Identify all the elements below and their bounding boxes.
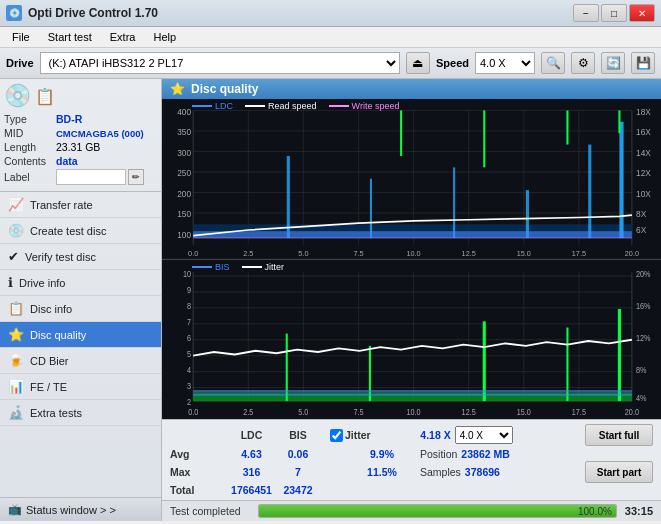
save-button[interactable]: 💾 bbox=[631, 52, 655, 74]
drive-info-icon: ℹ bbox=[8, 275, 13, 290]
svg-text:15.0: 15.0 bbox=[517, 407, 532, 417]
svg-text:17.5: 17.5 bbox=[572, 249, 586, 258]
maximize-button[interactable]: □ bbox=[601, 4, 627, 22]
legend-read-speed: Read speed bbox=[268, 101, 317, 111]
legend-write-speed: Write speed bbox=[352, 101, 400, 111]
col-ldc: LDC bbox=[229, 429, 274, 441]
settings-button[interactable]: ⚙ bbox=[571, 52, 595, 74]
contents-label: Contents bbox=[4, 155, 56, 167]
disc-quality-header-icon: ⭐ bbox=[170, 82, 185, 96]
svg-text:17.5: 17.5 bbox=[572, 407, 587, 417]
avg-jitter: 9.9% bbox=[352, 448, 412, 460]
start-full-button[interactable]: Start full bbox=[585, 424, 653, 446]
svg-text:4%: 4% bbox=[636, 393, 646, 403]
jitter-checkbox[interactable] bbox=[330, 429, 343, 442]
col-bis: BIS bbox=[278, 429, 318, 441]
svg-text:9: 9 bbox=[187, 285, 192, 295]
jitter-label: Jitter bbox=[345, 429, 371, 441]
start-part-button[interactable]: Start part bbox=[585, 461, 653, 483]
nav-item-create-test-disc[interactable]: 💿 Create test disc bbox=[0, 218, 161, 244]
svg-text:350: 350 bbox=[177, 127, 191, 137]
svg-text:2: 2 bbox=[187, 397, 192, 407]
avg-label: Avg bbox=[170, 448, 225, 460]
svg-rect-45 bbox=[588, 145, 591, 238]
nav-item-fe-te[interactable]: 📊 FE / TE bbox=[0, 374, 161, 400]
progress-time: 33:15 bbox=[625, 505, 653, 517]
top-chart-svg: 400 350 300 250 200 150 100 18X 16X 14X … bbox=[162, 99, 661, 259]
toolbar: Drive (K:) ATAPI iHBS312 2 PL17 ⏏ Speed … bbox=[0, 48, 661, 79]
nav-item-drive-info[interactable]: ℹ Drive info bbox=[0, 270, 161, 296]
svg-text:12.5: 12.5 bbox=[462, 249, 476, 258]
sidebar: 💿 📋 Type BD-R MID CMCMAGBA5 (000) Length… bbox=[0, 79, 162, 521]
svg-text:200: 200 bbox=[177, 189, 191, 199]
eject-button[interactable]: ⏏ bbox=[406, 52, 430, 74]
avg-ldc: 4.63 bbox=[229, 448, 274, 460]
svg-text:3: 3 bbox=[187, 381, 192, 391]
svg-text:5.0: 5.0 bbox=[298, 407, 309, 417]
svg-text:10.0: 10.0 bbox=[407, 249, 421, 258]
type-value: BD-R bbox=[56, 113, 82, 125]
menu-file[interactable]: File bbox=[4, 29, 38, 45]
disc-label-input[interactable] bbox=[56, 169, 126, 185]
svg-text:10X: 10X bbox=[636, 189, 651, 199]
close-button[interactable]: ✕ bbox=[629, 4, 655, 22]
svg-text:14X: 14X bbox=[636, 148, 651, 158]
app-title: Opti Drive Control 1.70 bbox=[28, 6, 158, 20]
svg-text:16X: 16X bbox=[636, 127, 651, 137]
legend-bis: BIS bbox=[215, 262, 230, 272]
mid-value: CMCMAGBA5 (000) bbox=[56, 128, 144, 139]
disc-quality-title: Disc quality bbox=[191, 82, 258, 96]
menu-help[interactable]: Help bbox=[145, 29, 184, 45]
stats-footer: LDC BIS Jitter 4.18 X 4.0 X Start full bbox=[162, 419, 661, 500]
nav-item-verify-test-disc[interactable]: ✔ Verify test disc bbox=[0, 244, 161, 270]
menu-start-test[interactable]: Start test bbox=[40, 29, 100, 45]
bottom-chart: BIS Jitter bbox=[162, 260, 661, 420]
speed-display-select[interactable]: 4.0 X bbox=[455, 426, 513, 444]
svg-text:8%: 8% bbox=[636, 365, 646, 375]
menu-extra[interactable]: Extra bbox=[102, 29, 144, 45]
scan-button[interactable]: 🔍 bbox=[541, 52, 565, 74]
top-chart: LDC Read speed Write speed bbox=[162, 99, 661, 260]
nav-item-extra-tests[interactable]: 🔬 Extra tests bbox=[0, 400, 161, 426]
max-label: Max bbox=[170, 466, 225, 478]
svg-rect-43 bbox=[453, 167, 455, 238]
status-window-button[interactable]: 📺 Status window > > bbox=[0, 497, 161, 521]
svg-text:150: 150 bbox=[177, 209, 191, 219]
bottom-chart-svg: 10 9 8 7 6 5 4 3 2 20% 16% 12% 8% 4% 0 bbox=[162, 260, 661, 420]
drive-label: Drive bbox=[6, 57, 34, 69]
nav-item-disc-info[interactable]: 📋 Disc info bbox=[0, 296, 161, 322]
nav-item-cd-bier[interactable]: 🍺 CD Bier bbox=[0, 348, 161, 374]
drive-select[interactable]: (K:) ATAPI iHBS312 2 PL17 bbox=[40, 52, 400, 74]
avg-bis: 0.06 bbox=[278, 448, 318, 460]
extra-tests-icon: 🔬 bbox=[8, 405, 24, 420]
cd-bier-icon: 🍺 bbox=[8, 353, 24, 368]
svg-text:8: 8 bbox=[187, 301, 192, 311]
disc-quality-header: ⭐ Disc quality bbox=[162, 79, 661, 99]
label-edit-button[interactable]: ✏ bbox=[128, 169, 144, 185]
svg-text:20.0: 20.0 bbox=[625, 407, 640, 417]
minimize-button[interactable]: − bbox=[573, 4, 599, 22]
nav-item-transfer-rate[interactable]: 📈 Transfer rate bbox=[0, 192, 161, 218]
refresh-button[interactable]: 🔄 bbox=[601, 52, 625, 74]
total-label: Total bbox=[170, 484, 225, 496]
disc-label-label: Label bbox=[4, 171, 56, 183]
progress-fill bbox=[259, 505, 616, 517]
disc-header-icon2: 📋 bbox=[35, 87, 55, 106]
svg-rect-41 bbox=[287, 156, 290, 238]
contents-value: data bbox=[56, 155, 78, 167]
nav-items: 📈 Transfer rate 💿 Create test disc ✔ Ver… bbox=[0, 192, 161, 497]
svg-text:5.0: 5.0 bbox=[298, 249, 308, 258]
svg-text:8X: 8X bbox=[636, 209, 646, 219]
status-window-icon: 📺 bbox=[8, 503, 22, 516]
app-icon: 💿 bbox=[6, 5, 22, 21]
svg-text:7: 7 bbox=[187, 317, 192, 327]
svg-text:2.5: 2.5 bbox=[243, 249, 253, 258]
svg-text:10: 10 bbox=[183, 269, 192, 279]
transfer-rate-icon: 📈 bbox=[8, 197, 24, 212]
svg-text:6X: 6X bbox=[636, 225, 646, 235]
speed-label: Speed bbox=[436, 57, 469, 69]
speed-select[interactable]: 4.0 X2.0 X1.0 X bbox=[475, 52, 535, 74]
mid-label: MID bbox=[4, 127, 56, 139]
disc-info-icon: 📋 bbox=[8, 301, 24, 316]
nav-item-disc-quality[interactable]: ⭐ Disc quality bbox=[0, 322, 161, 348]
